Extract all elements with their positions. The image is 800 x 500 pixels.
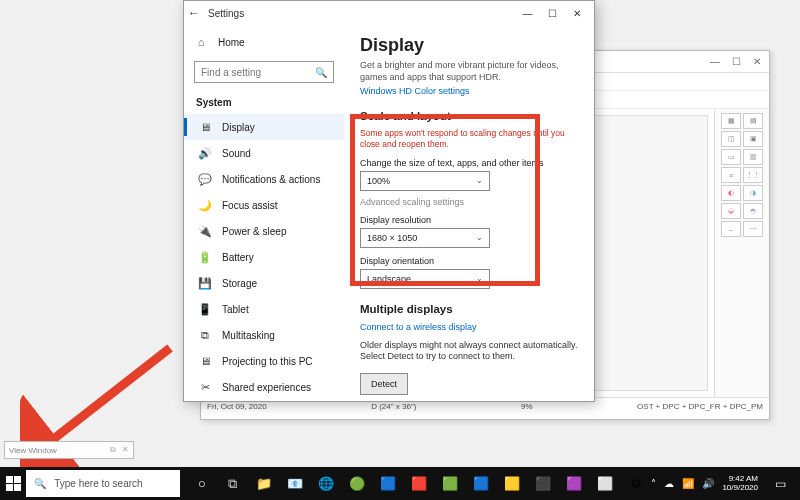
projecting-icon: 🖥: [198, 355, 212, 367]
app6-icon[interactable]: ⬜: [589, 467, 620, 500]
mail-icon[interactable]: 📧: [279, 467, 310, 500]
multitasking-icon: ⧉: [198, 329, 212, 342]
app1-icon[interactable]: 🟦: [372, 467, 403, 500]
start-button[interactable]: [0, 467, 26, 500]
cortana-icon[interactable]: ○: [186, 467, 217, 500]
excel-icon[interactable]: 🟩: [434, 467, 465, 500]
orientation-select[interactable]: Landscape ⌄: [360, 269, 490, 289]
tablet-icon: 📱: [198, 303, 212, 316]
scale-select[interactable]: 100% ⌄: [360, 171, 490, 191]
scale-label: Change the size of text, apps, and other…: [360, 158, 578, 168]
notifications-icon: 💬: [198, 173, 212, 186]
app5-icon[interactable]: 🟪: [558, 467, 589, 500]
scale-value: 100%: [367, 176, 390, 186]
hdr-link[interactable]: Windows HD Color settings: [360, 86, 470, 96]
taskbar-clock[interactable]: 9:42 AM 10/9/2020: [722, 475, 758, 493]
restore-icon[interactable]: ⧉: [110, 445, 116, 455]
sidebar-item-label: Sound: [222, 148, 251, 159]
taskbar-pinned: ○ ⧉ 📁 📧 🌐 🟢 🟦 🟥 🟩 🟦 🟨 ⬛ 🟪 ⬜ ⚙: [186, 467, 651, 500]
sidebar-item-label: Projecting to this PC: [222, 356, 313, 367]
settings-taskbar-icon[interactable]: ⚙: [620, 467, 651, 500]
status-pct: 9%: [521, 402, 533, 411]
sidebar-item-battery[interactable]: 🔋 Battery: [184, 244, 344, 270]
close-button[interactable]: ✕: [566, 4, 588, 22]
chrome-icon[interactable]: 🟢: [341, 467, 372, 500]
search-icon: 🔍: [34, 478, 46, 489]
maximize-button[interactable]: ☐: [541, 4, 563, 22]
network-icon[interactable]: 📶: [682, 478, 694, 489]
edge-icon[interactable]: 🌐: [310, 467, 341, 500]
back-icon[interactable]: ←: [188, 6, 200, 20]
sidebar-item-storage[interactable]: 💾 Storage: [184, 270, 344, 296]
orientation-value: Landscape: [367, 274, 411, 284]
sidebar-item-label: Tablet: [222, 304, 249, 315]
tray-chevron-icon[interactable]: ˄: [651, 478, 656, 489]
status-right: OST + DPC + DPC_FR + DPC_PM: [637, 402, 763, 411]
svg-line-0: [42, 348, 170, 448]
sidebar-category: System: [184, 93, 344, 114]
settings-window: ← Settings — ☐ ✕ ⌂ Home Find a setting 🔍…: [183, 0, 595, 402]
taskbar-search[interactable]: 🔍 Type here to search: [26, 470, 180, 497]
resolution-value: 1680 × 1050: [367, 233, 417, 243]
close-icon[interactable]: ✕: [122, 445, 129, 455]
onedrive-icon[interactable]: ☁: [664, 478, 674, 489]
sidebar-item-notifications[interactable]: 💬 Notifications & actions: [184, 166, 344, 192]
status-dims: D (24" x 36"): [371, 402, 416, 411]
multi-desc: Older displays might not always connect …: [360, 340, 578, 363]
chevron-down-icon: ⌄: [476, 274, 483, 283]
sidebar-item-label: Notifications & actions: [222, 174, 320, 185]
display-icon: 🖥: [198, 121, 212, 133]
chevron-down-icon: ⌄: [476, 176, 483, 185]
sidebar-item-power[interactable]: 🔌 Power & sleep: [184, 218, 344, 244]
multi-heading: Multiple displays: [360, 303, 578, 315]
power-icon: 🔌: [198, 225, 212, 238]
sidebar-item-display[interactable]: 🖥 Display: [184, 114, 344, 140]
settings-search[interactable]: Find a setting 🔍: [194, 61, 334, 83]
app4-icon[interactable]: ⬛: [527, 467, 558, 500]
sidebar-item-sound[interactable]: 🔊 Sound: [184, 140, 344, 166]
bg-side-panel: ▦▤ ◫▣ ▭▥ ≡⋮⋮ ◐◑ ◒◓ –⋯: [714, 109, 769, 397]
sidebar-item-multitasking[interactable]: ⧉ Multitasking: [184, 322, 344, 348]
minimize-button[interactable]: —: [516, 4, 538, 22]
word-icon[interactable]: 🟦: [465, 467, 496, 500]
advanced-scaling-link[interactable]: Advanced scaling settings: [360, 197, 578, 207]
scale-warning: Some apps won't respond to scaling chang…: [360, 128, 578, 149]
status-date: Fri, Oct 09, 2020: [207, 402, 267, 411]
settings-sidebar: ⌂ Home Find a setting 🔍 System 🖥 Display…: [184, 25, 344, 401]
sidebar-item-label: Multitasking: [222, 330, 275, 341]
sidebar-item-projecting[interactable]: 🖥 Projecting to this PC: [184, 348, 344, 374]
action-center-icon[interactable]: ▭: [766, 467, 794, 500]
storage-icon: 💾: [198, 277, 212, 290]
sidebar-item-tablet[interactable]: 📱 Tablet: [184, 296, 344, 322]
clock-date: 10/9/2020: [722, 484, 758, 493]
explorer-icon[interactable]: 📁: [248, 467, 279, 500]
sound-icon: 🔊: [198, 147, 212, 160]
sidebar-item-label: Focus assist: [222, 200, 278, 211]
chevron-down-icon: ⌄: [476, 233, 483, 242]
home-icon: ⌂: [194, 35, 208, 49]
app3-icon[interactable]: 🟨: [496, 467, 527, 500]
app2-icon[interactable]: 🟥: [403, 467, 434, 500]
search-placeholder: Find a setting: [201, 67, 261, 78]
sidebar-home[interactable]: ⌂ Home: [184, 29, 344, 55]
settings-content: Display Get a brighter and more vibrant …: [344, 25, 594, 401]
battery-icon: 🔋: [198, 251, 212, 264]
maximize-icon[interactable]: ☐: [732, 56, 741, 67]
sidebar-item-label: Power & sleep: [222, 226, 286, 237]
volume-icon[interactable]: 🔊: [702, 478, 714, 489]
minimize-icon[interactable]: —: [710, 56, 720, 67]
taskview-icon[interactable]: ⧉: [217, 467, 248, 500]
detect-button[interactable]: Detect: [360, 373, 408, 395]
taskbar: 🔍 Type here to search ○ ⧉ 📁 📧 🌐 🟢 🟦 🟥 🟩 …: [0, 467, 800, 500]
wireless-link[interactable]: Connect to a wireless display: [360, 322, 477, 332]
resolution-select[interactable]: 1680 × 1050 ⌄: [360, 228, 490, 248]
taskbar-search-placeholder: Type here to search: [54, 478, 142, 489]
sidebar-item-shared[interactable]: ✂ Shared experiences: [184, 374, 344, 400]
sidebar-item-focus-assist[interactable]: 🌙 Focus assist: [184, 192, 344, 218]
close-icon[interactable]: ✕: [753, 56, 761, 67]
sidebar-item-label: Display: [222, 122, 255, 133]
scale-heading: Scale and layout: [360, 110, 578, 122]
hdr-description: Get a brighter and more vibrant picture …: [360, 60, 578, 83]
minimized-window-preview[interactable]: View Window ⧉ ✕: [4, 441, 134, 459]
windows-logo-icon: [6, 476, 21, 491]
